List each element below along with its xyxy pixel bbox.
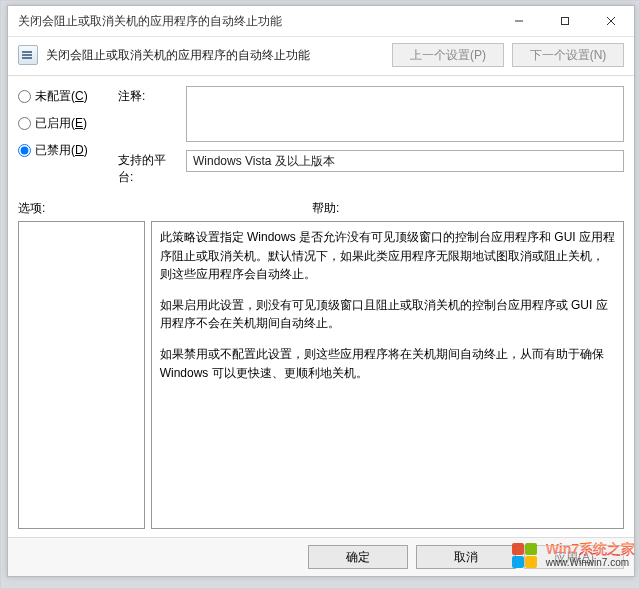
radio-enabled-label: 已启用 <box>35 116 71 130</box>
apply-button[interactable]: 应用(A) <box>524 545 624 569</box>
nav-buttons: 上一个设置(P) 下一个设置(N) <box>392 43 624 67</box>
radio-not-configured-label: 未配置 <box>35 89 71 103</box>
config-row: 未配置(C) 已启用(E) 已禁用(D) 注释: <box>18 86 624 186</box>
help-paragraph: 如果启用此设置，则没有可见顶级窗口且阻止或取消关机的控制台应用程序或 GUI 应… <box>160 296 615 333</box>
radio-enabled-input[interactable] <box>18 117 31 130</box>
gpedit-policy-dialog: 关闭会阻止或取消关机的应用程序的自动终止功能 关闭会阻止或取消关机的应用程序的自… <box>7 5 635 577</box>
help-label: 帮助: <box>312 200 624 217</box>
next-setting-button[interactable]: 下一个设置(N) <box>512 43 624 67</box>
platform-label: 支持的平台: <box>118 150 176 186</box>
options-label: 选项: <box>18 200 312 217</box>
comment-label: 注释: <box>118 86 176 105</box>
platform-value: Windows Vista 及以上版本 <box>186 150 624 172</box>
prev-setting-button[interactable]: 上一个设置(P) <box>392 43 504 67</box>
panels: 此策略设置指定 Windows 是否允许没有可见顶级窗口的控制台应用程序和 GU… <box>18 221 624 529</box>
apply-button-label: 应用 <box>554 550 578 564</box>
ok-button-label: 确定 <box>346 549 370 566</box>
minimize-button[interactable] <box>496 6 542 36</box>
ok-button[interactable]: 确定 <box>308 545 408 569</box>
header-strip: 关闭会阻止或取消关机的应用程序的自动终止功能 上一个设置(P) 下一个设置(N) <box>8 37 634 76</box>
platform-row: 支持的平台: Windows Vista 及以上版本 <box>118 150 624 186</box>
state-radio-group: 未配置(C) 已启用(E) 已禁用(D) <box>18 86 106 159</box>
comment-textarea[interactable] <box>186 86 624 142</box>
cancel-button[interactable]: 取消 <box>416 545 516 569</box>
help-paragraph: 如果禁用或不配置此设置，则这些应用程序将在关机期间自动终止，从而有助于确保 Wi… <box>160 345 615 382</box>
policy-icon <box>18 45 38 65</box>
radio-disabled-label: 已禁用 <box>35 143 71 157</box>
dialog-body: 未配置(C) 已启用(E) 已禁用(D) 注释: <box>8 76 634 537</box>
window-controls <box>496 6 634 36</box>
maximize-button[interactable] <box>542 6 588 36</box>
radio-not-configured-input[interactable] <box>18 90 31 103</box>
comment-row: 注释: <box>118 86 624 142</box>
svg-rect-1 <box>562 18 569 25</box>
window-title: 关闭会阻止或取消关机的应用程序的自动终止功能 <box>8 13 282 30</box>
radio-disabled[interactable]: 已禁用(D) <box>18 142 106 159</box>
cancel-button-label: 取消 <box>454 549 478 566</box>
radio-not-configured[interactable]: 未配置(C) <box>18 88 106 105</box>
help-paragraph: 此策略设置指定 Windows 是否允许没有可见顶级窗口的控制台应用程序和 GU… <box>160 228 615 284</box>
dialog-footer: 确定 取消 应用(A) <box>8 537 634 576</box>
options-panel[interactable] <box>18 221 145 529</box>
policy-title: 关闭会阻止或取消关机的应用程序的自动终止功能 <box>46 47 384 64</box>
fields-column: 注释: 支持的平台: Windows Vista 及以上版本 <box>118 86 624 186</box>
close-icon <box>606 16 616 26</box>
help-panel[interactable]: 此策略设置指定 Windows 是否允许没有可见顶级窗口的控制台应用程序和 GU… <box>151 221 624 529</box>
radio-disabled-input[interactable] <box>18 144 31 157</box>
section-labels: 选项: 帮助: <box>18 200 624 217</box>
minimize-icon <box>514 16 524 26</box>
close-button[interactable] <box>588 6 634 36</box>
maximize-icon <box>560 16 570 26</box>
titlebar: 关闭会阻止或取消关机的应用程序的自动终止功能 <box>8 6 634 37</box>
radio-enabled[interactable]: 已启用(E) <box>18 115 106 132</box>
